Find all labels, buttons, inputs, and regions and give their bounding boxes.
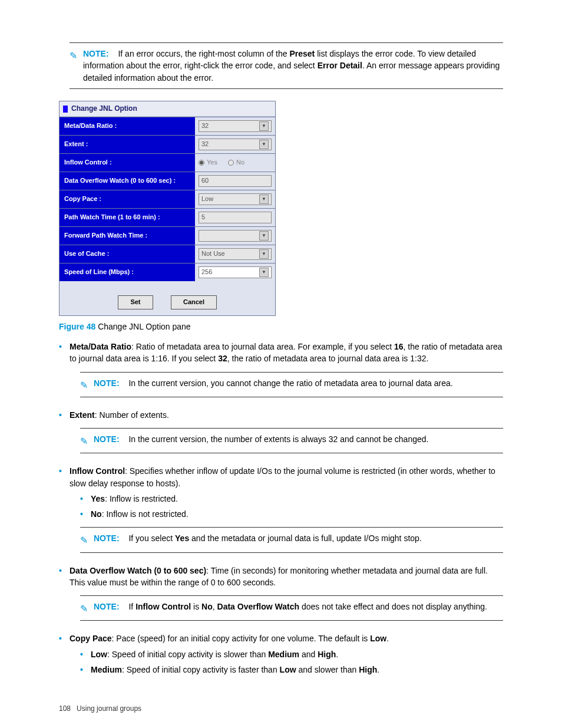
label-data-overflow-watch: Data Overflow Watch (0 to 600 sec) : (59, 172, 195, 190)
txt: In the current version, the number of ex… (128, 434, 428, 444)
row-forward-path-watch-time: Forward Path Watch Time : ▼ (59, 226, 275, 245)
note-text: NOTE: If you select Yes and the metadata… (94, 532, 503, 544)
txt-bold: Medium (268, 650, 299, 659)
note-block: ✎ NOTE: In the current version, you cann… (80, 372, 503, 397)
chevron-down-icon: ▼ (259, 121, 269, 131)
note-text: NOTE: In the current version, the number… (94, 433, 503, 445)
select-extent[interactable]: 32 ▼ (199, 139, 272, 150)
radio-inflow-control[interactable]: Yes No (199, 158, 244, 167)
chevron-down-icon: ▼ (259, 195, 269, 204)
figure-label: Figure 48 (59, 322, 95, 331)
row-use-of-cache: Use of Cache : Not Use ▼ (59, 245, 275, 263)
txt-bold: No (201, 602, 213, 611)
note-block: ✎ NOTE: If an error occurs, the right-mo… (70, 42, 503, 89)
label-speed-of-line: Speed of Line (Mbps) : (59, 263, 195, 281)
title-square-icon (63, 106, 68, 113)
select-copy-pace[interactable]: Low ▼ (199, 193, 272, 205)
note-block: ✎ NOTE: If you select Yes and the metada… (80, 527, 503, 552)
chevron-down-icon: ▼ (259, 231, 269, 241)
sub-bullet-list: Yes: Inflow is restricted. No: Inflow is… (80, 493, 503, 521)
note-block: ✎ NOTE: If Inflow Control is No, Data Ov… (80, 595, 503, 621)
row-path-watch-time: Path Watch Time (1 to 60 min) : 5 (59, 208, 275, 226)
note-label: NOTE: (94, 434, 120, 444)
select-value: Not Use (201, 249, 225, 259)
txt: : Pace (speed) for an initial copy activ… (112, 634, 371, 643)
select-value: 256 (201, 268, 212, 277)
note-label: NOTE: (94, 602, 120, 611)
label-meta-data-ratio: Meta/Data Ratio : (59, 117, 195, 135)
txt-bold: Error Detail (318, 61, 362, 70)
txt: . (336, 650, 338, 659)
txt-bold: Preset (289, 49, 315, 58)
dialog-title-bar: Change JNL Option (59, 101, 275, 117)
radio-label: Yes (207, 159, 217, 166)
note-text: NOTE: If Inflow Control is No, Data Over… (94, 601, 503, 612)
radio-dot-icon (228, 160, 234, 166)
txt: : Inflow is restricted. (105, 494, 178, 503)
radio-dot-icon (199, 160, 204, 166)
txt-bold: Data Overflow Watch (217, 602, 300, 611)
chevron-down-icon: ▼ (259, 268, 269, 277)
txt: If an error occurs, the right-most colum… (118, 49, 289, 58)
txt: and (299, 650, 318, 659)
select-meta-data-ratio[interactable]: 32 ▼ (199, 120, 272, 132)
note-icon: ✎ (80, 533, 88, 547)
txt-bold: 16 (394, 342, 404, 351)
dialog-buttons: Set Cancel (59, 281, 275, 315)
txt: does not take effect and does not displa… (299, 602, 487, 611)
txt: : Number of extents. (95, 410, 169, 420)
bullet-meta-data-ratio: Meta/Data Ratio: Ratio of metadata area … (59, 341, 503, 397)
sub-bullet-no: No: Inflow is not restricted. (80, 508, 503, 520)
note-icon: ✎ (80, 378, 88, 392)
select-use-of-cache[interactable]: Not Use ▼ (199, 248, 272, 260)
note-label: NOTE: (94, 533, 120, 543)
note-block: ✎ NOTE: In the current version, the numb… (80, 428, 503, 453)
bullet-extent: Extent: Number of extents. ✎ NOTE: In th… (59, 409, 503, 453)
footer-title: Using journal groups (77, 704, 141, 713)
term: Inflow Control (70, 466, 125, 476)
select-value: Low (201, 195, 213, 204)
label-copy-pace: Copy Pace : (59, 190, 195, 208)
term: Medium (91, 665, 122, 674)
input-path-watch-time[interactable]: 5 (199, 212, 272, 223)
note-icon: ✎ (80, 434, 88, 448)
bullet-inflow-control: Inflow Control: Specifies whether inflow… (59, 465, 503, 552)
row-inflow-control: Inflow Control : Yes No (59, 153, 275, 172)
term: Meta/Data Ratio (70, 342, 131, 351)
input-data-overflow-watch[interactable]: 60 (199, 175, 272, 187)
txt: , the ratio of metadata area to journal … (227, 354, 429, 363)
sub-bullet-medium: Medium: Speed of initial copy activity i… (80, 664, 503, 676)
txt: If (128, 602, 135, 611)
select-forward-path-watch-time[interactable]: ▼ (199, 230, 272, 242)
select-speed-of-line[interactable]: 256 ▼ (199, 266, 272, 278)
bullet-copy-pace: Copy Pace: Pace (speed) for an initial c… (59, 633, 503, 676)
row-extent: Extent : 32 ▼ (59, 135, 275, 153)
row-meta-data-ratio: Meta/Data Ratio : 32 ▼ (59, 117, 275, 135)
row-speed-of-line: Speed of Line (Mbps) : 256 ▼ (59, 263, 275, 281)
row-data-overflow-watch: Data Overflow Watch (0 to 600 sec) : 60 (59, 172, 275, 190)
label-extent: Extent : (59, 136, 195, 153)
txt-bold: Low (370, 634, 386, 643)
sub-bullet-list: Low: Speed of initial copy activity is s… (80, 648, 503, 676)
term: Low (91, 650, 107, 659)
set-button[interactable]: Set (118, 295, 153, 309)
txt-bold: High (359, 665, 377, 674)
bullet-list: Meta/Data Ratio: Ratio of metadata area … (59, 341, 503, 676)
term: Copy Pace (70, 634, 112, 643)
cancel-button[interactable]: Cancel (171, 295, 217, 309)
label-forward-path-watch-time: Forward Path Watch Time : (59, 227, 195, 245)
txt: . (386, 634, 389, 643)
input-value: 5 (201, 213, 205, 222)
txt: : Speed of initial copy activity is fast… (122, 665, 280, 674)
txt: : Specifies whether inflow of update I/O… (70, 466, 495, 487)
chevron-down-icon: ▼ (259, 140, 269, 149)
txt-bold: 32 (218, 354, 227, 363)
bullet-data-overflow-watch: Data Overflow Watch (0 to 600 sec): Time… (59, 565, 503, 621)
note-text: NOTE: In the current version, you cannot… (94, 377, 503, 389)
txt-bold: Yes (175, 533, 189, 543)
txt: is (191, 602, 201, 611)
sub-bullet-low: Low: Speed of initial copy activity is s… (80, 648, 503, 660)
txt: . (377, 665, 379, 674)
page-number: 108 (59, 704, 71, 713)
input-value: 60 (201, 176, 209, 186)
